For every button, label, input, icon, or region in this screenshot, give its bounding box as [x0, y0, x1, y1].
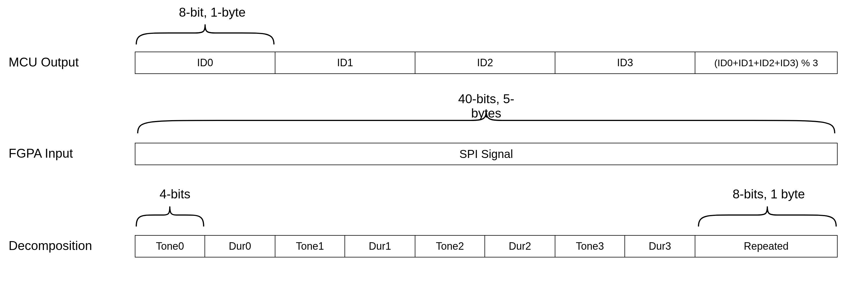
decomp-cell-dur1: Dur1: [344, 235, 415, 257]
decomp-cell-tone0: Tone0: [135, 235, 205, 257]
label-mcu-output: MCU Output: [9, 55, 79, 69]
label-decomposition: Decomposition: [9, 238, 92, 253]
mcu-cell-checksum: (ID0+ID1+ID2+ID3) % 3: [695, 52, 838, 74]
decomp-cell-dur3: Dur3: [624, 235, 695, 257]
brace-top-8bit: [135, 23, 275, 46]
annot-bot-4bit: 4-bits: [155, 187, 195, 201]
brace-mid-40bit: [135, 109, 838, 135]
fpga-cell-spi: SPI Signal: [135, 143, 838, 165]
mcu-cell-id3: ID3: [555, 52, 695, 74]
decomp-cell-tone2: Tone2: [415, 235, 485, 257]
decomp-cell-dur0: Dur0: [205, 235, 275, 257]
decomp-cell-tone3: Tone3: [555, 235, 625, 257]
annot-bot-8bit: 8-bits, 1 byte: [726, 187, 812, 201]
annot-top-8bit: 8-bit, 1-byte: [169, 5, 255, 20]
diagram-canvas: 8-bit, 1-byte MCU Output ID0 ID1 ID2 ID3…: [0, 0, 868, 293]
mcu-cell-id1: ID1: [275, 52, 415, 74]
decomp-cell-repeated: Repeated: [695, 235, 838, 257]
label-fpga-input: FGPA Input: [9, 146, 73, 161]
mcu-cell-id2: ID2: [415, 52, 555, 74]
brace-bot-4bit: [135, 205, 205, 228]
decomp-cell-dur2: Dur2: [485, 235, 555, 257]
mcu-cell-id0: ID0: [135, 52, 275, 74]
decomp-cell-tone1: Tone1: [275, 235, 345, 257]
brace-bot-8bit: [697, 205, 838, 228]
